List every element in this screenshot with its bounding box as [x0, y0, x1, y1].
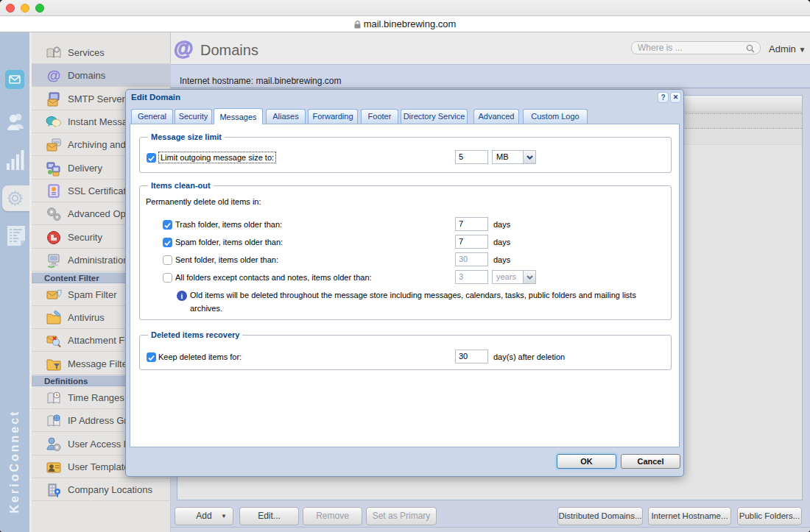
svg-text:@: @	[47, 68, 61, 83]
svg-text:i: i	[181, 292, 183, 300]
